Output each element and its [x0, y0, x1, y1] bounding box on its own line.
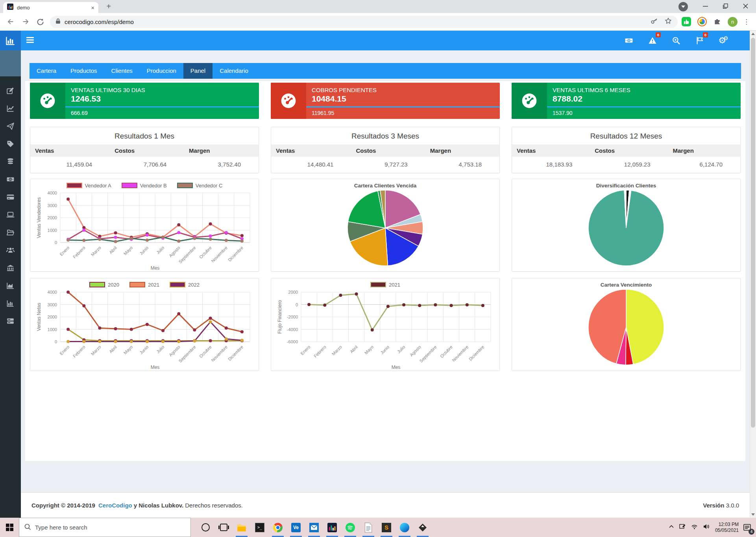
lock-icon — [55, 18, 61, 26]
sidebar-item-edit-icon[interactable] — [0, 82, 21, 100]
forward-icon[interactable] — [21, 17, 30, 26]
tab-productos[interactable]: Productos — [63, 63, 104, 79]
taskbar-icon-file-explorer[interactable] — [233, 518, 251, 537]
sidebar-item-folder-open-icon[interactable] — [0, 224, 21, 241]
taskbar-icon-chrome[interactable] — [269, 518, 287, 537]
gears-icon[interactable]: ⚙⚙ — [718, 35, 728, 46]
globe-extension-icon[interactable] — [697, 17, 707, 26]
url-text[interactable]: cerocodigo.com/esp/demo — [65, 19, 651, 25]
password-key-icon[interactable] — [651, 17, 658, 26]
legend-item[interactable]: Vendedor C — [177, 183, 223, 189]
svg-text:Mes: Mes — [151, 365, 160, 370]
svg-text:Abril: Abril — [349, 344, 359, 354]
new-tab-button[interactable]: + — [103, 1, 114, 12]
tab-calendario[interactable]: Calendario — [213, 63, 255, 79]
results-table: VentasCostosMargen14,480.419,727.234,753… — [271, 144, 499, 168]
reload-icon[interactable] — [36, 18, 44, 26]
chart-title: Cartera Clientes Vencida — [271, 183, 499, 189]
svg-text:Noviembre: Noviembre — [210, 344, 228, 363]
page-footer: Copyright © 2014-2019CeroCodigoy Nicolas… — [21, 492, 750, 518]
taskbar-icon-task-view[interactable] — [214, 518, 233, 537]
tab-panel[interactable]: Panel — [183, 63, 213, 79]
browser-update-icon[interactable] — [678, 2, 688, 11]
brand-link[interactable]: CeroCodigo — [98, 502, 132, 509]
sidebar-item-laptop-icon[interactable] — [0, 206, 21, 224]
content-tab-bar: CarteraProductosClientesProduccionPanelC… — [30, 63, 741, 79]
sidebar-item-users-icon[interactable] — [0, 241, 21, 259]
user-panel[interactable] — [0, 50, 21, 76]
sidebar-item-bar-chart-icon[interactable] — [0, 294, 21, 312]
taskbar-icon-mail[interactable] — [305, 518, 323, 537]
sidebar-item-paper-plane-icon[interactable] — [0, 117, 21, 135]
window-close-button[interactable] — [743, 3, 748, 10]
gauge-icon — [30, 83, 65, 119]
legend-item[interactable]: 2022 — [170, 282, 200, 288]
gauge-icon — [512, 83, 547, 119]
taskbar-icon-dashboard-app[interactable] — [323, 518, 341, 537]
window-restore-button[interactable] — [723, 3, 728, 10]
taskbar-icon-inkscape[interactable] — [414, 518, 432, 537]
svg-text:Junio: Junio — [139, 344, 149, 355]
taskbar-icon-sublime[interactable]: S — [377, 518, 396, 537]
search-input[interactable]: Type here to search — [19, 518, 191, 537]
tab-clientes[interactable]: Clientes — [104, 63, 140, 79]
extensions-area: n — [682, 17, 738, 27]
money-icon[interactable] — [624, 35, 634, 46]
taskbar-icon-vs-app[interactable]: Ve — [287, 518, 305, 537]
start-button[interactable] — [0, 518, 19, 537]
copyright-text: Copyright © 2014-2019CeroCodigoy Nicolas… — [31, 502, 244, 509]
svg-text:Septiembre: Septiembre — [178, 245, 197, 264]
legend-item[interactable]: Vendedor A — [67, 183, 111, 189]
svg-text:Diciembre: Diciembre — [468, 344, 485, 361]
taskbar-icon-terminal[interactable]: >_ — [251, 518, 269, 537]
sidebar-item-area-chart-icon[interactable] — [0, 277, 21, 294]
tray-tablet-icon[interactable] — [679, 524, 686, 531]
sidebar-item-server-icon[interactable] — [0, 312, 21, 330]
legend-item[interactable]: Vendedor B — [122, 183, 167, 189]
app-logo[interactable] — [0, 31, 21, 50]
thumbs-up-extension-icon[interactable] — [682, 17, 691, 26]
scrollbar-thumb[interactable] — [751, 38, 755, 428]
warning-icon[interactable]: 0 — [647, 35, 658, 46]
address-bar[interactable]: cerocodigo.com/esp/demo — [50, 16, 678, 28]
volume-icon[interactable] — [703, 524, 710, 531]
profile-avatar[interactable]: n — [728, 17, 738, 27]
notification-center-button[interactable]: 4 — [739, 518, 756, 537]
taskbar-icon-edge[interactable] — [396, 518, 414, 537]
table-cell: 3,752.40 — [184, 157, 259, 168]
svg-text:Marzo: Marzo — [90, 344, 102, 356]
sidebar-item-credit-card-icon[interactable] — [0, 188, 21, 206]
legend-item[interactable]: 2021 — [129, 282, 159, 288]
legend-item[interactable]: 2021 — [370, 282, 400, 288]
svg-text:2000: 2000 — [288, 290, 298, 294]
svg-text:Enero: Enero — [59, 344, 70, 356]
taskbar-clock[interactable]: 12:03 PM 05/05/2021 — [715, 522, 739, 533]
window-minimize-button[interactable] — [703, 3, 708, 10]
taskbar-icon-document-app[interactable] — [359, 518, 377, 537]
sidebar-item-database-icon[interactable] — [0, 153, 21, 170]
flag-icon[interactable]: 0 — [695, 35, 705, 46]
extensions-puzzle-icon[interactable] — [713, 17, 721, 27]
bookmark-star-icon[interactable] — [664, 17, 672, 26]
browser-tab[interactable]: demo × — [3, 2, 98, 13]
tab-close-icon[interactable]: × — [91, 5, 94, 11]
sidebar-toggle-button[interactable] — [26, 37, 34, 44]
scroll-down-icon[interactable] — [750, 511, 756, 518]
wifi-icon[interactable] — [691, 524, 698, 531]
browser-menu-icon[interactable]: ⋮ — [743, 18, 750, 26]
tab-produccion[interactable]: Produccion — [140, 63, 183, 79]
taskbar-icon-spotify[interactable] — [341, 518, 359, 537]
svg-text:Enero: Enero — [299, 344, 311, 356]
back-icon[interactable] — [6, 17, 15, 26]
sidebar-item-money-icon[interactable] — [0, 170, 21, 188]
search-plus-icon[interactable] — [671, 35, 681, 46]
sidebar-item-tag-icon[interactable] — [0, 135, 21, 153]
sidebar-item-university-icon[interactable] — [0, 259, 21, 277]
page-scrollbar[interactable] — [750, 31, 756, 518]
taskbar-icon-cortana[interactable] — [196, 518, 214, 537]
legend-item[interactable]: 2020 — [89, 282, 119, 288]
tray-chevron-icon[interactable] — [669, 524, 674, 531]
scroll-up-icon[interactable] — [750, 31, 756, 37]
sidebar-item-chart-line-icon[interactable] — [0, 100, 21, 117]
tab-cartera[interactable]: Cartera — [30, 63, 63, 79]
